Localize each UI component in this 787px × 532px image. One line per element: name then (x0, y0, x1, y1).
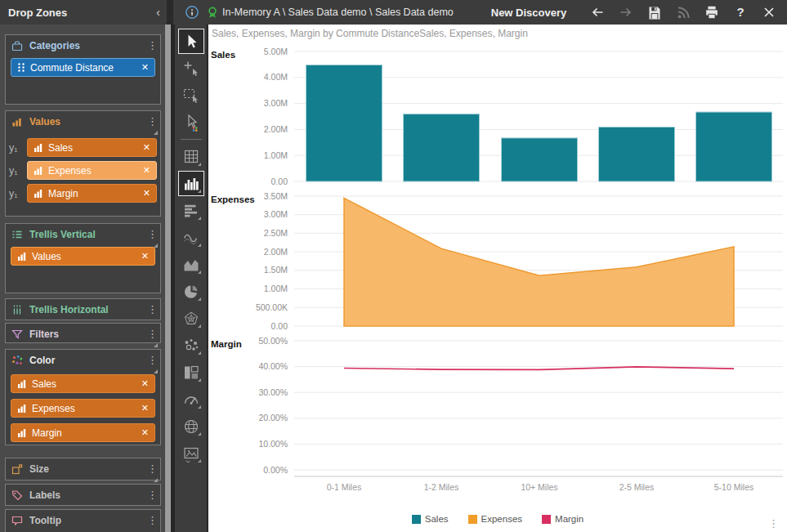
lasso-select-tool-icon (181, 113, 201, 132)
color-menu-icon[interactable]: ⋮ (147, 356, 155, 364)
remove-chip-icon[interactable]: ✕ (141, 403, 149, 414)
legend-label: Margin (555, 514, 584, 524)
line-series-margin[interactable] (344, 367, 734, 370)
bar-10+ Miles[interactable] (502, 138, 578, 181)
table-view-icon (181, 147, 201, 167)
color-label: Color (29, 355, 141, 366)
legend-item-sales[interactable]: Sales (412, 514, 449, 524)
remove-chip-icon[interactable]: ✕ (141, 378, 149, 389)
x-axis-label: 0-1 Miles (327, 482, 362, 492)
crosshair-select-tool-button[interactable] (178, 56, 204, 81)
remove-chip-icon[interactable]: ✕ (143, 165, 150, 176)
chip-expenses[interactable]: Expenses ✕ (11, 399, 155, 418)
chip-margin[interactable]: Margin ✕ (27, 184, 157, 203)
remove-chip-icon[interactable]: ✕ (141, 427, 149, 438)
color-dots-icon (11, 354, 24, 367)
x-axis-label: 10+ Miles (521, 482, 557, 492)
labels-label: Labels (29, 490, 141, 501)
bar-5-10 Miles[interactable] (696, 112, 772, 181)
legend-swatch (468, 515, 477, 524)
chip-expenses[interactable]: Expenses ✕ (27, 161, 157, 180)
remove-chip-icon[interactable]: ✕ (141, 62, 149, 73)
info-icon[interactable] (185, 5, 199, 20)
values-menu-icon[interactable]: ⋮ (147, 118, 155, 126)
map-chart-button[interactable] (178, 414, 204, 439)
y-tick-label: 3.50M (264, 191, 288, 201)
bar-1-2 Miles[interactable] (404, 114, 480, 181)
lasso-select-tool-button[interactable] (178, 110, 204, 135)
topbar-separator (167, 0, 173, 25)
chip-label: Sales (32, 378, 56, 390)
bar-chart-icon (181, 174, 201, 194)
y-axis-index: y₁ (9, 165, 27, 177)
help-icon[interactable]: ? (732, 4, 749, 20)
scatter-chart-button[interactable] (178, 333, 204, 358)
collapse-panel-icon[interactable]: ‹ (156, 0, 160, 25)
remove-chip-icon[interactable]: ✕ (143, 142, 150, 153)
breadcrumb: In-Memory A \ Sales Data demo \ Sales Da… (222, 7, 454, 18)
scatter-chart-icon (181, 336, 201, 355)
image-chart-button[interactable] (178, 440, 204, 466)
line-chart-button[interactable] (178, 225, 204, 250)
tooltip-menu-icon[interactable]: ⋮ (147, 516, 155, 525)
chip-sales[interactable]: Sales ✕ (11, 374, 155, 393)
trellis-vertical-menu-icon[interactable]: ⋮ (147, 230, 155, 239)
categories-menu-icon[interactable]: ⋮ (147, 42, 155, 50)
remove-chip-icon[interactable]: ✕ (143, 188, 150, 199)
filter-funnel-icon (11, 328, 24, 341)
size-label: Size (29, 463, 141, 475)
visualization-canvas: Sales, Expenses, Margin by Commute Dista… (208, 25, 787, 532)
filters-menu-icon[interactable]: ⋮ (147, 330, 155, 338)
size-menu-icon[interactable]: ⋮ (147, 465, 155, 473)
chip-commute-distance[interactable]: Commute Distance ✕ (11, 58, 155, 77)
area-series-expenses[interactable] (344, 198, 734, 326)
bar-chart-button[interactable] (178, 171, 204, 196)
forward-icon (618, 4, 634, 20)
trellis-panel-label: Expenses (211, 194, 255, 204)
sidebar-scrollbar[interactable] (165, 25, 171, 532)
trellis-horizontal-menu-icon[interactable]: ⋮ (147, 306, 155, 314)
y-tick-label: 500.00K (256, 302, 288, 312)
y-tick-label: 1.00M (264, 150, 288, 160)
legend-swatch (542, 515, 551, 524)
chip-margin[interactable]: Margin ✕ (11, 423, 155, 442)
chip-values[interactable]: Values ✕ (11, 247, 155, 266)
chart-canvas[interactable]: 5.00M4.00M3.00M2.00M1.00M0.00Sales3.50M3… (208, 25, 787, 507)
image-chart-icon (181, 444, 201, 463)
table-view-button[interactable] (178, 144, 204, 169)
tooltip-panel: Tooltip ⋮ (5, 509, 161, 532)
remove-chip-icon[interactable]: ✕ (141, 251, 149, 262)
bar-2-5 Miles[interactable] (599, 127, 675, 182)
save-icon[interactable] (646, 4, 663, 20)
chart-menu-icon[interactable]: ⋮ (768, 520, 779, 527)
y-tick-label: 0.00% (263, 465, 288, 475)
y-tick-label: 4.00M (264, 72, 288, 82)
area-chart-button[interactable] (178, 252, 204, 277)
y-tick-label: 3.00M (264, 98, 288, 108)
values-panel: Values ⋮ y₁ Sales ✕ y₁ Expenses ✕ y₁ Mar… (5, 110, 161, 217)
radar-chart-button[interactable] (178, 306, 204, 331)
y-tick-label: 5.00M (264, 47, 288, 56)
labels-menu-icon[interactable]: ⋮ (147, 491, 155, 499)
marquee-select-tool-button[interactable] (178, 83, 204, 108)
chip-sales[interactable]: Sales ✕ (27, 138, 157, 157)
categories-icon (11, 39, 24, 52)
close-icon[interactable] (761, 4, 777, 20)
categories-label: Categories (29, 40, 141, 51)
trellis-vertical-panel: Trellis Vertical ⋮ Values ✕ (5, 223, 161, 293)
main-top-bar: In-Memory A \ Sales Data demo \ Sales Da… (173, 0, 787, 25)
treemap-chart-button[interactable] (178, 360, 204, 385)
pie-chart-button[interactable] (178, 279, 204, 304)
legend-item-expenses[interactable]: Expenses (468, 514, 523, 524)
bar-0-1 Miles[interactable] (306, 65, 382, 182)
chip-label: Margin (48, 188, 78, 199)
values-label: Values (29, 116, 141, 127)
print-icon[interactable] (704, 4, 720, 20)
x-axis-label: 1-2 Miles (424, 482, 459, 492)
legend-item-margin[interactable]: Margin (542, 514, 584, 524)
pointer-tool-button[interactable] (178, 29, 204, 54)
gauge-chart-button[interactable] (178, 387, 204, 412)
hbar-chart-button[interactable] (178, 198, 204, 223)
legend-label: Expenses (481, 514, 523, 524)
y-tick-label: 30.00% (258, 387, 288, 397)
